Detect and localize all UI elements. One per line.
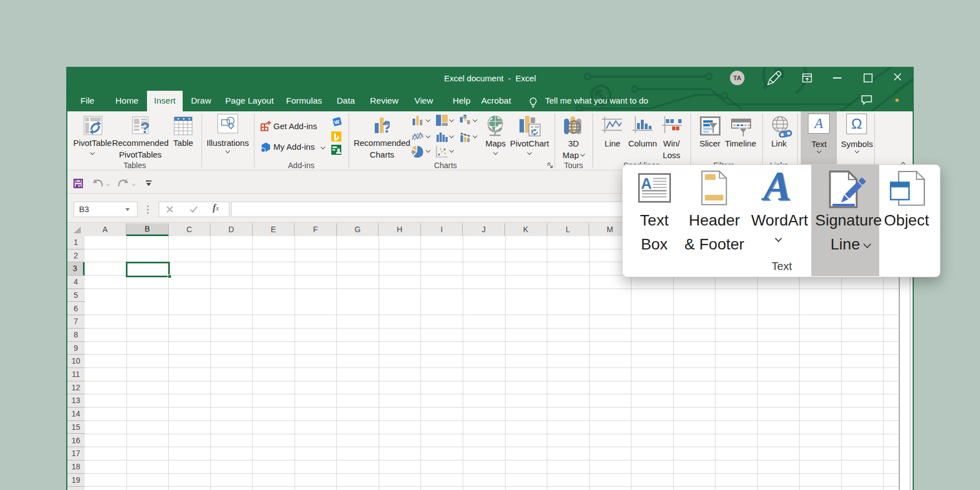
svg-text:A: A xyxy=(641,175,652,192)
svg-text:?: ? xyxy=(140,119,150,135)
svg-text:?: ? xyxy=(382,117,390,136)
